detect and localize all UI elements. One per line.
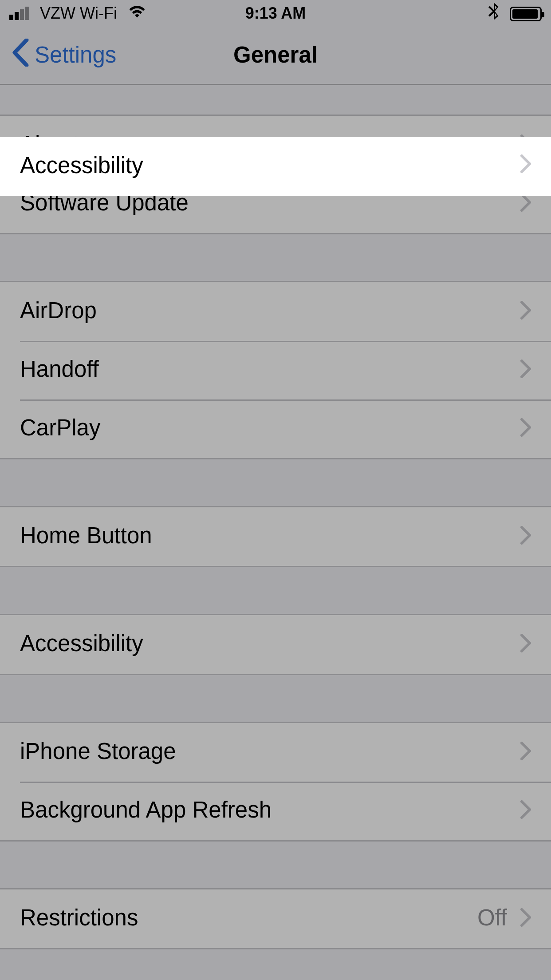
row-iphone-storage[interactable]: iPhone Storage [0, 723, 551, 782]
chevron-right-icon [520, 526, 531, 547]
group-restrictions: Restrictions Off [0, 888, 551, 949]
status-time: 9:13 AM [245, 4, 306, 23]
group-spacer [0, 842, 551, 888]
row-airdrop[interactable]: AirDrop [0, 282, 551, 341]
carrier-label: VZW Wi-Fi [40, 4, 117, 23]
row-label: Background App Refresh [20, 798, 520, 824]
chevron-right-icon [520, 908, 531, 929]
row-carplay[interactable]: CarPlay [0, 399, 551, 458]
group-accessibility: Accessibility [0, 614, 551, 675]
group-spacer [0, 234, 551, 281]
row-label: iPhone Storage [20, 739, 520, 766]
group-spacer [0, 459, 551, 506]
cellular-signal-icon [9, 7, 29, 20]
chevron-right-icon [520, 634, 531, 655]
screen: VZW Wi-Fi 9:13 AM Settings General [0, 0, 551, 980]
row-restrictions[interactable]: Restrictions Off [0, 889, 551, 948]
chevron-left-icon [12, 38, 29, 73]
group-spacer [0, 675, 551, 722]
row-label: CarPlay [20, 415, 520, 442]
row-accessibility-highlight[interactable]: Accessibility [0, 137, 551, 196]
row-handoff[interactable]: Handoff [0, 341, 551, 399]
status-left: VZW Wi-Fi [9, 4, 146, 23]
nav-bar: Settings General [0, 27, 551, 85]
chevron-right-icon [520, 154, 531, 178]
chevron-right-icon [520, 360, 531, 381]
row-label: Accessibility [20, 631, 520, 658]
group-spacer [0, 949, 551, 980]
group-spacer [0, 85, 551, 115]
group-spacer [0, 567, 551, 614]
row-detail: Off [477, 905, 507, 932]
group-home-button: Home Button [0, 506, 551, 567]
row-label: AirDrop [20, 298, 520, 325]
row-accessibility[interactable]: Accessibility [0, 615, 551, 674]
row-label: Handoff [20, 357, 520, 383]
status-bar: VZW Wi-Fi 9:13 AM [0, 0, 551, 27]
group-storage: iPhone Storage Background App Refresh [0, 722, 551, 842]
row-label: Restrictions [20, 905, 477, 932]
chevron-right-icon [520, 193, 531, 214]
row-label: Home Button [20, 523, 520, 550]
chevron-right-icon [520, 800, 531, 822]
back-label: Settings [35, 42, 116, 69]
wifi-icon [128, 4, 146, 23]
row-label: Accessibility [20, 153, 520, 180]
chevron-right-icon [520, 301, 531, 322]
bluetooth-icon [488, 3, 499, 24]
battery-icon [510, 6, 542, 21]
row-home-button[interactable]: Home Button [0, 507, 551, 566]
back-button[interactable]: Settings [0, 38, 116, 73]
group-connectivity: AirDrop Handoff CarPlay [0, 281, 551, 459]
status-right [488, 3, 542, 24]
page-title: General [233, 42, 318, 69]
chevron-right-icon [520, 742, 531, 763]
row-background-app-refresh[interactable]: Background App Refresh [0, 782, 551, 840]
chevron-right-icon [520, 418, 531, 439]
